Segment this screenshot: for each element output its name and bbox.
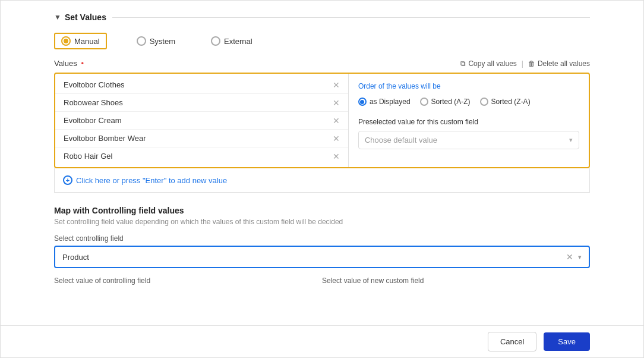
add-value-label: Click here or press "Enter" to add new v…: [76, 176, 227, 185]
order-radio-za: [480, 98, 488, 106]
value-item-close-0[interactable]: ✕: [333, 81, 340, 89]
controlling-field-value: Product: [62, 253, 89, 262]
header-line: [112, 17, 590, 18]
value-item: Evoltobor Bomber Wear ✕: [55, 130, 348, 147]
values-main-box: Evoltobor Clothes ✕ Robowear Shoes ✕ Evo…: [54, 73, 590, 168]
clear-field-button[interactable]: ✕: [566, 252, 573, 262]
copy-icon: ⧉: [460, 59, 466, 68]
radio-circle-external: [211, 36, 220, 46]
map-section: Map with Controlling field values Set co…: [54, 206, 590, 285]
select-field-label: Select controlling field: [54, 234, 590, 243]
value-item: Evoltobor Cream ✕: [55, 112, 348, 130]
radio-manual[interactable]: Manual: [54, 33, 107, 49]
radio-external[interactable]: External: [205, 34, 258, 48]
content-area: ▼ Set Values Manual System External Valu…: [1, 1, 643, 325]
value-item-close-4[interactable]: ✕: [333, 152, 340, 161]
col-header-right: Select value of new custom field: [322, 277, 590, 285]
set-values-title: Set Values: [65, 12, 106, 22]
value-item-text: Robowear Shoes: [64, 98, 333, 107]
copy-all-link[interactable]: ⧉ Copy all values: [460, 59, 516, 68]
map-title: Map with Controlling field values: [54, 206, 590, 215]
set-values-header: ▼ Set Values: [54, 12, 590, 22]
value-item: Robo Hair Gel ✕: [55, 147, 348, 165]
order-sorted-za[interactable]: Sorted (Z-A): [480, 98, 531, 106]
values-order-side: Order of the values will be as Displayed…: [349, 74, 589, 167]
page-container: ▼ Set Values Manual System External Valu…: [0, 0, 644, 358]
order-za-label: Sorted (Z-A): [491, 98, 531, 106]
toggle-icon[interactable]: ▼: [54, 13, 61, 21]
controlling-field-select[interactable]: Product ✕ ▾: [54, 246, 590, 268]
value-item-close-3[interactable]: ✕: [333, 134, 340, 143]
caret-down-icon: ▾: [578, 253, 582, 261]
order-sorted-az[interactable]: Sorted (A-Z): [420, 98, 471, 106]
value-item: Robowear Shoes ✕: [55, 94, 348, 112]
radio-manual-label: Manual: [74, 37, 100, 46]
order-displayed-label: as Displayed: [370, 98, 411, 106]
radio-system-label: System: [150, 37, 175, 46]
chevron-down-icon: ▾: [569, 136, 573, 144]
add-icon: +: [63, 175, 72, 185]
values-row: Values • ⧉ Copy all values | 🗑 Delete al…: [54, 59, 590, 68]
values-list-side: Evoltobor Clothes ✕ Robowear Shoes ✕ Evo…: [55, 74, 349, 167]
value-item: Evoltobor Clothes ✕: [55, 76, 348, 94]
values-label: Values •: [54, 59, 84, 68]
order-options: as Displayed Sorted (A-Z) Sorted (Z-A): [358, 98, 579, 106]
value-item-text: Robo Hair Gel: [64, 152, 333, 161]
preselected-label: Preselected value for this custom field: [358, 118, 579, 126]
cancel-button[interactable]: Cancel: [488, 332, 536, 351]
value-item-close-1[interactable]: ✕: [333, 99, 340, 107]
add-value-link[interactable]: + Click here or press "Enter" to add new…: [63, 175, 581, 185]
default-value-select[interactable]: Choose default value ▾: [358, 131, 579, 149]
radio-circle-system: [137, 36, 146, 46]
trash-icon: 🗑: [528, 59, 535, 68]
value-item-text: Evoltobor Bomber Wear: [64, 134, 333, 143]
order-radio-az: [420, 98, 428, 106]
radio-external-label: External: [224, 37, 252, 46]
field-select-actions: ✕ ▾: [566, 252, 582, 262]
map-description: Set controlling field value depending on…: [54, 218, 590, 226]
order-as-displayed[interactable]: as Displayed: [358, 98, 411, 106]
value-item-text: Evoltobor Clothes: [64, 80, 333, 89]
footer-bar: Cancel Save: [1, 325, 643, 357]
order-az-label: Sorted (A-Z): [431, 98, 471, 106]
order-label: Order of the values will be: [358, 82, 579, 90]
required-marker: •: [79, 59, 84, 68]
radio-row: Manual System External: [54, 33, 590, 49]
default-value-placeholder: Choose default value: [365, 136, 437, 145]
order-radio-displayed: [358, 98, 367, 106]
divider: |: [522, 59, 523, 68]
radio-system[interactable]: System: [131, 34, 181, 48]
values-actions: ⧉ Copy all values | 🗑 Delete all values: [460, 59, 590, 68]
columns-header: Select value of controlling field Select…: [54, 277, 590, 285]
value-item-text: Evoltobor Cream: [64, 116, 333, 125]
value-item-close-2[interactable]: ✕: [333, 117, 340, 125]
save-button[interactable]: Save: [544, 332, 590, 351]
radio-circle-manual: [61, 36, 71, 46]
add-value-row: + Click here or press "Enter" to add new…: [54, 168, 590, 193]
col-header-left: Select value of controlling field: [54, 277, 322, 285]
delete-all-link[interactable]: 🗑 Delete all values: [528, 59, 590, 68]
